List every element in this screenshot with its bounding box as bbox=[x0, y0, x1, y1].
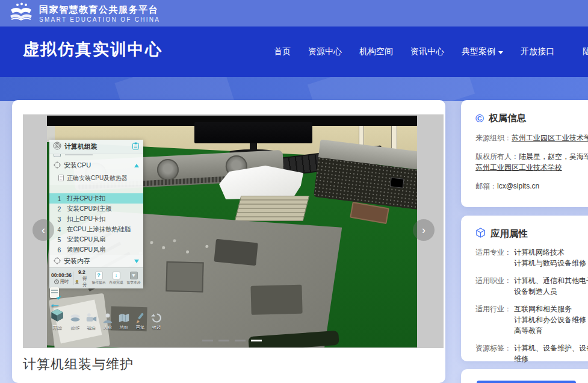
sim-step-2: 2安装CPU到主板 bbox=[49, 204, 143, 214]
carousel-dot-4[interactable] bbox=[251, 340, 262, 341]
sim-stats-bar: 00:00:36 用时 9.2 得分 ? 操作提示 ↓ 自动完成 bbox=[49, 267, 143, 288]
attributes-card: 应用属性 适用专业：计算机网络技术 计算机与数码设备维修 适用职业：计算机、通信… bbox=[461, 216, 588, 361]
spiral-icon bbox=[53, 142, 61, 152]
chevron-down-icon bbox=[498, 51, 503, 54]
collapse-arrow-icon bbox=[150, 313, 162, 323]
toolbar-view: 视角 bbox=[85, 313, 97, 331]
carousel-dot-1[interactable] bbox=[202, 340, 213, 341]
hero-banner bbox=[0, 77, 588, 101]
sim-panel-header: 计算机组装 bbox=[49, 140, 143, 154]
carousel-prev-button[interactable]: ‹ bbox=[32, 219, 54, 241]
toolbar-map: 地图 bbox=[118, 313, 130, 331]
launch-button[interactable] bbox=[477, 381, 576, 383]
target-icon bbox=[54, 256, 61, 267]
nav-item-home[interactable]: 首页 bbox=[274, 46, 291, 57]
sim-step-list: 1打开CPU卡扣 2安装CPU到主板 3扣上CPU卡扣 4在CPU上涂抹散热硅脂… bbox=[49, 193, 143, 255]
sim-toolbar: 开始 操作 视角 人称 地图 bbox=[49, 308, 162, 331]
platform-title-en: SMART EDUCATION OF CHINA bbox=[39, 16, 160, 23]
carousel-next-button[interactable]: › bbox=[413, 219, 435, 241]
sim-timer: 00:00:36 用时 bbox=[51, 272, 72, 285]
sim-step-6: 6紧固CPU风扇 bbox=[49, 244, 143, 255]
attr-major-row: 适用专业：计算机网络技术 计算机与数码设备维修 bbox=[475, 247, 588, 269]
copyright-icon: © bbox=[475, 113, 484, 124]
attr-tags-row: 资源标签：计算机、设备维护、设备维修 bbox=[475, 343, 588, 364]
clipboard-icon bbox=[132, 142, 140, 152]
carousel-dot-3[interactable] bbox=[235, 340, 246, 341]
cube-icon bbox=[49, 308, 65, 323]
toolbar-operate: 操作 bbox=[69, 313, 81, 331]
book-logo-icon bbox=[8, 2, 34, 24]
map-icon bbox=[118, 313, 130, 323]
scene-monitor bbox=[194, 122, 312, 143]
chevron-down-icon bbox=[134, 260, 139, 263]
submit-step-button[interactable]: ▾ 提交本步 bbox=[126, 272, 141, 285]
nav-item-user[interactable]: 陆 bbox=[583, 46, 588, 57]
attr-occupation-row: 适用职业：计算机、通信和其他电子设备制造人员 bbox=[475, 275, 588, 297]
sim-step-1: 1打开CPU卡扣 bbox=[49, 193, 143, 204]
camera-icon bbox=[85, 313, 97, 323]
person-icon bbox=[102, 313, 114, 323]
nav-item-institution[interactable]: 机构空间 bbox=[359, 46, 393, 57]
carousel-dots bbox=[202, 340, 262, 341]
nav-item-news[interactable]: 资讯中心 bbox=[410, 46, 444, 57]
sim-section-install-cpu: 安装CPU bbox=[49, 159, 143, 172]
sim-step-4: 4在CPU上涂抹散热硅脂 bbox=[49, 224, 143, 234]
screenshot-carousel: 计算机组装 安装CPU 正确安装CPU bbox=[23, 114, 444, 348]
nav-item-resources[interactable]: 资源中心 bbox=[308, 46, 342, 57]
attr-industry-row: 适用行业：互联网和相关服务 计算机和办公设备维修 高等教育 bbox=[475, 304, 588, 336]
toolbar-person: 人称 bbox=[102, 313, 114, 331]
document-icon bbox=[58, 175, 64, 182]
ownership-title: 权属信息 bbox=[489, 112, 526, 125]
sim-clipped-row bbox=[49, 154, 143, 159]
launch-card bbox=[461, 369, 588, 383]
carousel-dot-2[interactable] bbox=[218, 340, 229, 341]
sim-panel-title: 计算机组装 bbox=[64, 142, 129, 151]
platform-header: 国家智慧教育公共服务平台 SMART EDUCATION OF CHINA bbox=[0, 0, 588, 26]
copyright-owner-row: 版权所有人：陆晨星，赵空，吴海军 苏州工业园区工业技术学校 bbox=[475, 151, 588, 173]
scene-heatsink bbox=[235, 196, 309, 220]
owner-org-link[interactable]: 苏州工业园区工业技术学校 bbox=[475, 163, 562, 172]
scene-power-supply bbox=[314, 140, 417, 210]
resource-title: 计算机组装与维护 bbox=[23, 355, 134, 373]
platform-title-cn: 国家智慧教育公共服务平台 bbox=[39, 4, 160, 16]
toolbar-brush: 画笔 bbox=[134, 313, 146, 331]
resource-card: 计算机组装 安装CPU 正确安装CPU bbox=[12, 100, 445, 383]
brush-icon bbox=[134, 313, 146, 323]
sim-step-3: 3扣上CPU卡扣 bbox=[49, 214, 143, 224]
attributes-title: 应用属性 bbox=[491, 228, 528, 240]
main-navbar: 虚拟仿真实训中心 首页 资源中心 机构空间 资讯中心 典型案例 开放接口 陆 bbox=[0, 26, 588, 77]
nav-item-cases[interactable]: 典型案例 bbox=[462, 46, 503, 57]
sim-score: 9.2 得分 bbox=[75, 269, 89, 288]
simulation-screenshot[interactable]: 计算机组装 安装CPU 正确安装CPU bbox=[47, 116, 417, 347]
cube-outline-icon bbox=[475, 228, 486, 240]
platform-logo[interactable]: 国家智慧教育公共服务平台 SMART EDUCATION OF CHINA bbox=[8, 2, 160, 24]
target-icon bbox=[54, 160, 61, 171]
auto-complete-button[interactable]: ↓ 自动完成 bbox=[108, 272, 124, 285]
sim-step-5: 5安装CPU风扇 bbox=[49, 234, 143, 244]
ownership-card: © 权属信息 来源组织：苏州工业园区工业技术学校 版权所有人：陆晨星，赵空，吴海… bbox=[461, 100, 588, 207]
toolbar-collapse: 收起 bbox=[150, 313, 162, 331]
layers-icon bbox=[69, 313, 81, 323]
medal-icon bbox=[75, 279, 79, 284]
chevron-up-icon bbox=[134, 164, 139, 167]
email-row: 邮箱：lcx@sipits.cn bbox=[475, 181, 588, 192]
sim-hint-row: 正确安装CPU及散热器 bbox=[49, 172, 143, 185]
toolbar-start: 开始 bbox=[49, 308, 65, 331]
sim-section-install-memory: 安装内存 bbox=[49, 255, 143, 267]
site-title: 虚拟仿真实训中心 bbox=[23, 39, 162, 60]
source-org-link[interactable]: 苏州工业园区工业技术学校 bbox=[512, 134, 588, 142]
sim-task-panel: 计算机组装 安装CPU 正确安装CPU bbox=[49, 140, 143, 286]
nav-item-open-api[interactable]: 开放接口 bbox=[521, 46, 554, 57]
clock-icon bbox=[54, 279, 59, 284]
source-org-row: 来源组织：苏州工业园区工业技术学校 bbox=[475, 132, 588, 143]
nav-menu: 首页 资源中心 机构空间 资讯中心 典型案例 开放接口 陆 bbox=[274, 46, 588, 57]
hint-button[interactable]: ? 操作提示 bbox=[91, 272, 107, 285]
